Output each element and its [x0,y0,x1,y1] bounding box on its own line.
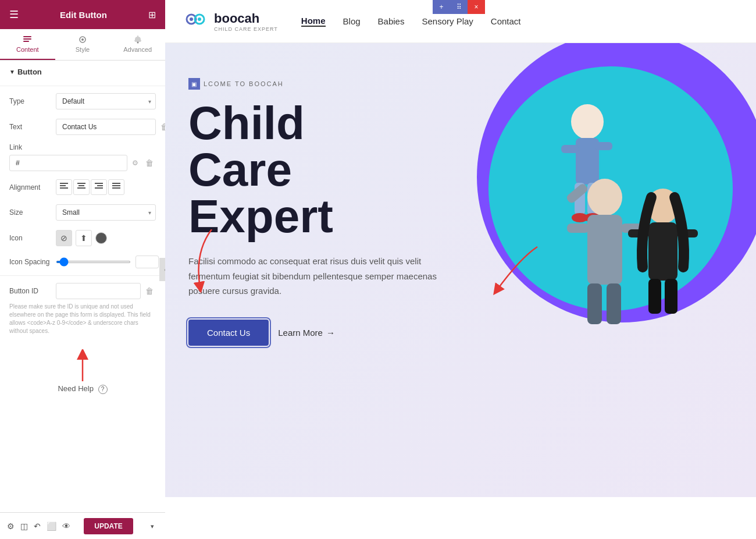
nav-link-blog[interactable]: Blog [343,16,361,26]
element-toolbar: + ⠿ × [433,0,485,14]
svg-rect-26 [595,142,612,150]
svg-rect-2 [23,41,29,42]
hamburger-icon[interactable]: ☰ [9,8,19,21]
logo-text: boocah CHILD CARE EXPERT [214,11,278,32]
size-row: Size Extra Small Small Medium Large Extr… [0,200,165,225]
text-input[interactable] [56,119,156,135]
svg-rect-9 [77,183,85,184]
element-move-button[interactable]: ⠿ [450,0,468,14]
link-delete-button[interactable]: 🗑 [143,158,156,168]
nav-link-babies[interactable]: Babies [378,16,405,26]
learn-more-arrow: → [326,328,335,338]
svg-rect-42 [648,279,661,314]
button-id-label: Button ID [9,287,56,295]
settings-footer-button[interactable]: ⚙ [7,522,15,531]
nav-link-home[interactable]: Home [301,16,326,27]
svg-rect-25 [561,145,579,153]
responsive-footer-button[interactable]: ⬜ [47,522,56,531]
learn-more-button[interactable]: Learn More → [278,328,335,338]
type-control: Default Primary Info Success Warning Dan… [56,93,156,109]
logo-main-text: boocah [214,11,278,26]
arrow-annotation-area [0,340,165,375]
svg-rect-8 [60,187,68,189]
left-panel: ☰ Edit Button ⊞ Content Style Adva [0,0,165,539]
svg-rect-7 [60,185,66,186]
align-right-icon [95,182,103,190]
svg-rect-36 [607,283,621,324]
hero-title-line2: Care [188,147,491,193]
svg-rect-10 [79,185,84,186]
welcome-label: LCOME TO BOOCAH [204,80,284,87]
svg-rect-43 [665,279,677,314]
contact-us-button[interactable]: Contact Us [188,320,269,346]
update-button[interactable]: UPDATE [84,518,133,534]
button-id-input[interactable] [56,283,141,299]
red-up-arrow-svg [65,349,100,384]
icon-spacing-label: Icon Spacing [9,258,56,266]
size-select[interactable]: Extra Small Small Medium Large Extra Lar… [56,204,156,221]
nav-link-contact[interactable]: Contact [491,16,521,26]
panel-header: ☰ Edit Button ⊞ [0,0,165,29]
align-justify-button[interactable] [108,179,124,195]
button-id-note: Please make sure the ID is unique and no… [9,303,156,335]
svg-rect-17 [112,187,120,189]
align-center-icon [77,182,85,190]
text-label: Text [9,123,56,131]
icon-spacing-value[interactable] [135,256,159,268]
button-id-delete[interactable]: 🗑 [143,286,156,296]
link-row: Link [0,140,165,155]
element-add-button[interactable]: + [433,0,450,14]
eye-footer-button[interactable]: 👁 [62,522,70,531]
type-select[interactable]: Default Primary Info Success Warning Dan… [56,93,156,109]
icon-none-button[interactable]: ⊘ [56,230,72,246]
alignment-row: Alignment [0,175,165,200]
link-label: Link [9,143,56,151]
need-help-text: Need Help [58,384,93,393]
tab-content-label: Content [16,46,39,53]
hero-description: Facilisi commodo ac consequat erat risus… [188,254,444,299]
website-wrapper: boocah CHILD CARE EXPERT Home Blog Babie… [165,0,756,539]
update-chevron-icon[interactable]: ▾ [147,520,158,532]
svg-rect-14 [95,187,103,189]
link-gear-button[interactable]: ⚙ [130,159,141,167]
svg-rect-11 [77,187,85,189]
svg-rect-1 [23,38,31,40]
text-delete-button[interactable]: 🗑 [158,122,165,132]
hero-title-line3: Expert [188,193,491,240]
alignment-buttons [56,179,124,195]
icon-row: Icon ⊘ ⬆ [0,225,165,251]
svg-point-21 [190,17,193,21]
layers-footer-button[interactable]: ◫ [20,522,28,531]
svg-rect-32 [587,215,622,285]
link-input[interactable] [9,155,127,171]
divider-1 [0,86,165,86]
align-right-button[interactable] [91,179,107,195]
collapse-arrow-icon: ▼ [9,69,15,75]
tab-advanced[interactable]: Advanced [110,29,165,60]
grid-icon[interactable]: ⊞ [148,9,156,20]
svg-point-23 [571,104,604,139]
align-left-button[interactable] [56,179,72,195]
panel-title: Edit Button [60,10,107,20]
family-image [465,49,756,375]
tab-style-label: Style [76,46,90,53]
nav-link-sensory[interactable]: Sensory Play [422,16,473,26]
svg-point-22 [198,17,201,21]
element-close-button[interactable]: × [468,0,485,14]
svg-rect-6 [60,183,68,184]
tab-style[interactable]: Style [55,29,110,60]
icon-spacing-slider[interactable] [56,261,131,263]
undo-footer-button[interactable]: ↶ [34,522,41,531]
button-section-header[interactable]: ▼ Button [0,61,165,83]
hero-section: ▣ LCOME TO BOOCAH Child Care Expert Faci… [165,43,756,497]
icon-color-picker[interactable] [95,232,107,244]
align-justify-icon [112,182,120,190]
panel-collapse-handle[interactable]: ‹ [159,258,165,281]
panel-tabs: Content Style Advanced [0,29,165,61]
tab-content[interactable]: Content [0,29,55,60]
align-center-button[interactable] [73,179,90,195]
help-icon[interactable]: ? [98,385,108,394]
svg-rect-15 [112,183,120,184]
icon-label: Icon [9,234,56,242]
icon-upload-button[interactable]: ⬆ [76,230,92,246]
